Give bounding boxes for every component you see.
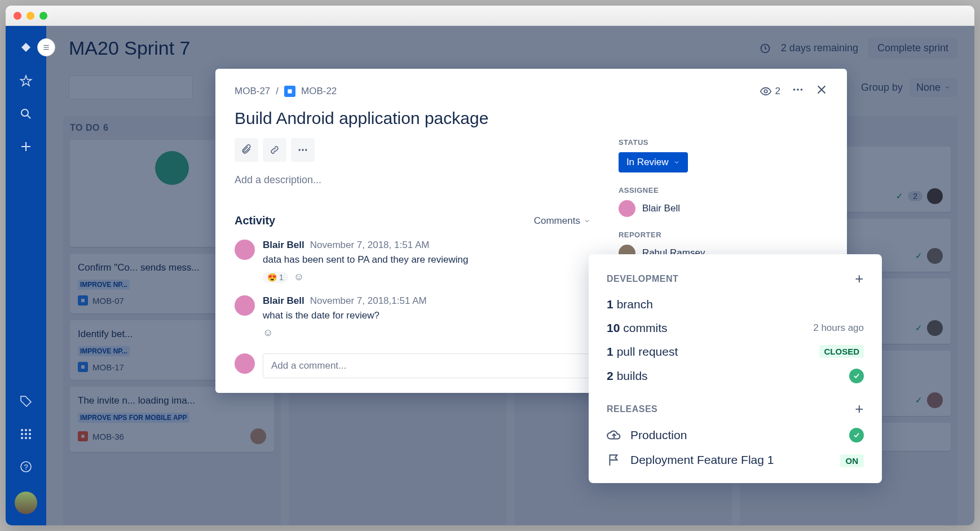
releases-heading: RELEASES (607, 404, 657, 414)
svg-point-8 (25, 437, 27, 439)
build-success-icon (849, 369, 864, 383)
svg-point-19 (797, 88, 799, 91)
more-icon (297, 144, 308, 156)
cloud-upload-icon (607, 428, 621, 442)
commits-timestamp: 2 hours ago (813, 322, 864, 334)
sidebar-toggle-button[interactable] (37, 38, 55, 56)
status-label: STATUS (619, 138, 828, 147)
svg-point-1 (21, 429, 23, 431)
window-titlebar (6, 6, 974, 26)
svg-point-17 (764, 90, 767, 93)
reaction-badge[interactable]: 😍1 (263, 272, 288, 283)
assignee-avatar (619, 200, 635, 217)
watchers-count: 2 (775, 86, 780, 97)
svg-point-3 (29, 429, 31, 431)
breadcrumb: MOB-27 / MOB-22 (235, 86, 337, 97)
pull-request-row[interactable]: 1pull request CLOSED (607, 345, 864, 359)
global-sidebar: ? (6, 26, 46, 525)
board-main: MA20 Sprint 7 2 days remaining Complete … (46, 26, 974, 525)
comment-date: November 7, 2018, 1:51 AM (310, 240, 430, 251)
svg-point-5 (25, 433, 27, 435)
jira-logo-icon[interactable] (18, 41, 34, 56)
heart-eyes-icon: 😍 (267, 273, 277, 282)
svg-point-2 (25, 429, 27, 431)
comment: Blair BellNovember 7, 2018, 1:51 AM data… (235, 240, 590, 283)
star-icon[interactable] (18, 73, 34, 89)
pr-status-badge: CLOSED (819, 345, 864, 358)
comment-input[interactable]: Add a comment... (263, 353, 590, 378)
activity-filter-select[interactable]: Comments (534, 215, 590, 227)
attachment-icon (241, 144, 252, 156)
more-tools-button[interactable] (291, 138, 315, 162)
comment: Blair BellNovember 7, 2018,1:51 AM what … (235, 295, 590, 339)
comment-author: Blair Bell (263, 295, 304, 307)
chevron-down-icon (584, 218, 590, 224)
watch-button[interactable]: 2 (760, 85, 780, 98)
svg-point-7 (21, 437, 23, 439)
svg-point-18 (793, 88, 796, 91)
add-release-button[interactable]: + (855, 400, 864, 418)
tag-icon[interactable] (18, 393, 34, 409)
builds-row[interactable]: 2builds (607, 369, 864, 383)
commits-row[interactable]: 10commits 2 hours ago (607, 321, 864, 335)
svg-point-23 (305, 149, 307, 151)
svg-point-9 (29, 437, 31, 439)
release-env-row[interactable]: Production (607, 428, 864, 442)
create-icon[interactable] (18, 139, 34, 154)
link-icon (269, 144, 280, 156)
search-icon[interactable] (18, 106, 34, 122)
flag-status-badge: ON (840, 454, 864, 467)
comment-author: Blair Bell (263, 240, 304, 251)
more-icon (792, 83, 804, 96)
description-input[interactable]: Add a description... (235, 174, 590, 186)
comment-text: data has been sent to PA and they are re… (263, 254, 590, 266)
more-actions-button[interactable] (792, 83, 804, 99)
add-reaction-button[interactable]: ☺ (294, 271, 304, 283)
development-popover: DEVELOPMENT + 1branch 10commits 2 hours … (589, 254, 882, 483)
attach-button[interactable] (235, 138, 258, 162)
comment-text: what is the date for review? (263, 310, 590, 321)
flag-icon (607, 453, 621, 467)
comment-avatar (235, 240, 255, 260)
add-reaction-button[interactable]: ☺ (263, 327, 273, 339)
branch-row[interactable]: 1branch (607, 298, 864, 311)
issue-key-link[interactable]: MOB-22 (301, 86, 337, 97)
window-zoom-icon[interactable] (39, 12, 47, 20)
story-icon (284, 86, 295, 97)
svg-point-22 (302, 149, 303, 151)
reporter-label: REPORTER (619, 231, 828, 239)
svg-point-6 (29, 433, 31, 435)
apps-icon[interactable] (18, 426, 34, 442)
assignee-label: ASSIGNEE (619, 186, 828, 194)
deploy-success-icon (849, 428, 864, 442)
profile-avatar[interactable] (15, 492, 37, 514)
activity-heading: Activity (235, 214, 275, 227)
development-heading: DEVELOPMENT (607, 274, 678, 284)
svg-point-0 (21, 109, 28, 116)
svg-point-20 (801, 88, 803, 91)
window-close-icon[interactable] (14, 12, 21, 20)
svg-text:?: ? (24, 463, 28, 471)
current-user-avatar (235, 353, 255, 374)
close-icon (815, 83, 828, 96)
close-button[interactable] (815, 83, 828, 99)
add-development-button[interactable]: + (855, 270, 864, 287)
feature-flag-row[interactable]: Deployment Feature Flag 1 ON (607, 453, 864, 467)
issue-title[interactable]: Build Android application package (235, 109, 828, 128)
eye-icon (760, 85, 772, 98)
comment-date: November 7, 2018,1:51 AM (310, 295, 427, 307)
svg-point-4 (21, 433, 23, 435)
assignee-field[interactable]: Blair Bell (619, 200, 828, 217)
help-icon[interactable]: ? (18, 459, 34, 475)
parent-issue-link[interactable]: MOB-27 (235, 86, 270, 97)
link-button[interactable] (263, 138, 286, 162)
svg-point-21 (299, 149, 301, 151)
window-minimize-icon[interactable] (27, 12, 34, 20)
comment-avatar (235, 295, 255, 316)
svg-rect-16 (288, 89, 292, 93)
status-select[interactable]: In Review (619, 152, 688, 172)
chevron-down-icon (673, 159, 680, 166)
